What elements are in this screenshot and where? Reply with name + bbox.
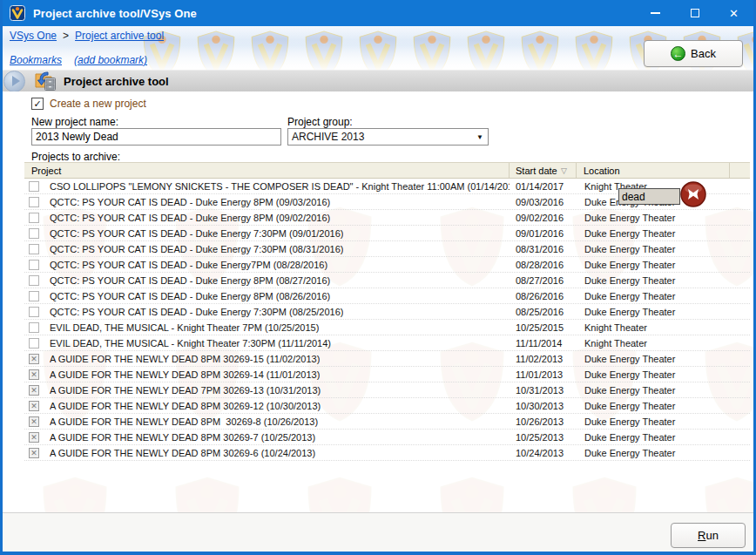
row-checkbox[interactable]: ✕ (29, 354, 39, 364)
back-button[interactable]: ← Back (644, 40, 743, 67)
project-name-input[interactable] (31, 128, 281, 146)
row-start-date: 10/25/2013 (510, 432, 577, 443)
row-location: Knight Theater (577, 322, 730, 333)
row-project: A GUIDE FOR THE NEWLY DEAD 8PM 30269-15 … (50, 354, 320, 364)
row-location: Duke Energy Theater (577, 244, 730, 254)
row-project: A GUIDE FOR THE NEWLY DEAD 8PM 30269-6 (… (50, 448, 315, 458)
row-project: A GUIDE FOR THE NEWLY DEAD 8PM 30269-8 (… (50, 416, 318, 427)
row-checkbox[interactable] (29, 213, 39, 223)
row-start-date: 11/11/2014 (510, 338, 577, 349)
row-project: QCTC: PS YOUR CAT IS DEAD - Duke Energy … (50, 213, 330, 223)
table-row[interactable]: QCTC: PS YOUR CAT IS DEAD - Duke Energy … (24, 273, 750, 288)
row-checkbox[interactable]: ✕ (29, 432, 39, 443)
row-checkbox[interactable] (29, 197, 39, 207)
row-start-date: 10/24/2013 (510, 448, 577, 458)
row-checkbox[interactable] (29, 228, 39, 239)
project-group-select[interactable]: ARCHIVE 2013 ▼ (287, 128, 489, 146)
row-location: Duke Energy Theater (577, 260, 730, 270)
close-button[interactable]: ✕ (714, 0, 753, 26)
table-row[interactable]: QCTC: PS YOUR CAT IS DEAD - Duke Energy7… (24, 257, 750, 273)
column-header-project[interactable]: Project (24, 163, 510, 178)
row-location: Duke Energy Theater (577, 354, 730, 364)
play-button[interactable] (3, 71, 25, 92)
table-row[interactable]: QCTC: PS YOUR CAT IS DEAD - Duke Energy … (24, 241, 750, 257)
search-close-button[interactable] (679, 180, 707, 208)
table-row[interactable]: ✕ A GUIDE FOR THE NEWLY DEAD 8PM 30269-1… (24, 398, 750, 414)
archive-tool-icon (34, 71, 57, 91)
search-box[interactable]: dead (618, 188, 680, 205)
row-start-date: 11/01/2013 (510, 369, 577, 380)
table-row[interactable]: ✕ A GUIDE FOR THE NEWLY DEAD 8PM 30269-8… (24, 414, 750, 430)
row-location: Duke Energy Theater (577, 448, 730, 458)
table-row[interactable]: ✕ A GUIDE FOR THE NEWLY DEAD 7PM 30269-1… (24, 382, 750, 398)
add-bookmark-link[interactable]: (add bookmark) (74, 54, 147, 66)
row-start-date: 09/01/2016 (510, 228, 577, 239)
row-start-date: 08/28/2016 (510, 260, 577, 270)
row-project: A GUIDE FOR THE NEWLY DEAD 8PM 30269-12 … (50, 401, 321, 411)
row-start-date: 08/26/2016 (510, 291, 577, 301)
row-checkbox[interactable] (29, 244, 39, 254)
run-button[interactable]: Run (671, 523, 746, 548)
row-project-cell: QCTC: PS YOUR CAT IS DEAD - Duke Energy … (24, 291, 510, 301)
row-location: Duke Energy Theater (577, 213, 730, 223)
row-checkbox[interactable] (29, 338, 39, 349)
column-header-start-date[interactable]: Start date ▽ (510, 163, 577, 178)
search-value: dead (622, 191, 645, 203)
maximize-button[interactable] (675, 0, 714, 26)
row-checkbox[interactable]: ✕ (29, 401, 39, 411)
breadcrumb-home-link[interactable]: VSys One (10, 30, 57, 42)
column-header-location[interactable]: Location (577, 163, 730, 178)
table-row[interactable]: ✕ A GUIDE FOR THE NEWLY DEAD 8PM 30269-6… (24, 445, 750, 461)
back-button-label: Back (691, 47, 716, 60)
row-start-date: 08/25/2016 (510, 307, 577, 317)
row-checkbox[interactable]: ✕ (29, 385, 39, 396)
row-project: CSO LOLLIPOPS "LEMONY SNICKETS - THE COM… (50, 181, 510, 192)
row-checkbox[interactable]: ✕ (29, 448, 39, 458)
row-project-cell: QCTC: PS YOUR CAT IS DEAD - Duke Energy7… (24, 260, 510, 270)
table-row[interactable]: QCTC: PS YOUR CAT IS DEAD - Duke Energy … (24, 304, 750, 320)
dropdown-arrow-icon: ▼ (476, 133, 483, 141)
maximize-icon (691, 9, 699, 17)
table-row[interactable]: EVIL DEAD, THE MUSICAL - Knight Theater … (24, 335, 750, 351)
row-location: Duke Energy Theater (577, 369, 730, 380)
row-checkbox[interactable] (29, 322, 39, 333)
table-row[interactable]: QCTC: PS YOUR CAT IS DEAD - Duke Energy … (24, 288, 750, 304)
table-row[interactable]: QCTC: PS YOUR CAT IS DEAD - Duke Energy … (24, 210, 750, 226)
table-row[interactable]: ✕ A GUIDE FOR THE NEWLY DEAD 8PM 30269-1… (24, 367, 750, 382)
row-project: EVIL DEAD, THE MUSICAL - Knight Theater … (50, 322, 319, 333)
window-controls: ✕ (636, 0, 753, 26)
bookmarks-bar: Bookmarks (add bookmark) (10, 54, 147, 66)
row-start-date: 10/30/2013 (510, 401, 577, 411)
row-start-date: 08/27/2016 (510, 275, 577, 286)
breadcrumb-separator: > (63, 30, 69, 42)
page-title: Project archive tool (64, 75, 169, 88)
row-location: Knight Theater (577, 338, 730, 349)
table-row[interactable]: EVIL DEAD, THE MUSICAL - Knight Theater … (24, 320, 750, 335)
row-location: Duke Energy Theater (577, 401, 730, 411)
row-project: EVIL DEAD, THE MUSICAL - Knight Theater … (50, 338, 331, 349)
row-checkbox[interactable]: ✕ (29, 369, 39, 380)
row-checkbox[interactable] (29, 275, 39, 286)
row-start-date: 10/25/2015 (510, 322, 577, 333)
row-checkbox[interactable]: ✕ (29, 416, 39, 427)
play-icon (12, 76, 20, 86)
row-project: QCTC: PS YOUR CAT IS DEAD - Duke Energy … (50, 197, 330, 207)
table-row[interactable]: QCTC: PS YOUR CAT IS DEAD - Duke Energy … (24, 226, 750, 241)
breadcrumb-current-link[interactable]: Project archive tool (75, 30, 164, 42)
row-start-date: 09/02/2016 (510, 213, 577, 223)
row-checkbox[interactable] (29, 181, 39, 192)
create-project-label: Create a new project (50, 98, 146, 110)
row-location: Duke Energy Theater (577, 275, 730, 286)
table-header: Project Start date ▽ Location (24, 162, 750, 179)
row-checkbox[interactable] (29, 260, 39, 270)
row-start-date: 10/26/2013 (510, 416, 577, 427)
row-checkbox[interactable] (29, 291, 39, 301)
row-project-cell: QCTC: PS YOUR CAT IS DEAD - Duke Energy … (24, 228, 510, 239)
table-row[interactable]: ✕ A GUIDE FOR THE NEWLY DEAD 8PM 30269-1… (24, 351, 750, 367)
create-project-checkbox[interactable]: ✓ (31, 98, 44, 110)
table-row[interactable]: ✕ A GUIDE FOR THE NEWLY DEAD 8PM 30269-7… (24, 430, 750, 445)
row-checkbox[interactable] (29, 307, 39, 317)
bookmarks-link[interactable]: Bookmarks (10, 54, 62, 66)
back-arrow-icon: ← (671, 46, 685, 61)
minimize-button[interactable] (636, 0, 675, 26)
